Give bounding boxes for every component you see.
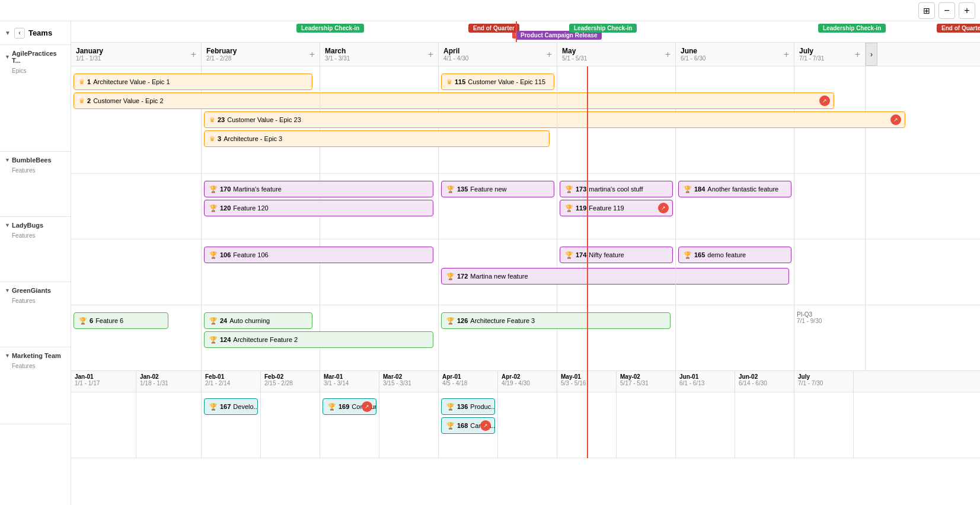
mkt-jan2-col	[136, 392, 202, 458]
feature-card-170[interactable]: 🏆 170 Martina's feature	[204, 181, 433, 197]
lb-jul-col	[794, 239, 866, 305]
month-header-may: May 5/1 - 5/31 +	[557, 43, 676, 66]
feature124-title: Architecture Feature 2	[233, 336, 298, 343]
team-name-greengiants: GreenGiants	[12, 287, 51, 294]
add-may-button[interactable]: +	[665, 49, 671, 60]
add-apr-button[interactable]: +	[547, 49, 552, 60]
team-type-greengiants: Features	[12, 298, 35, 304]
add-jan-button[interactable]: +	[191, 49, 196, 60]
milestone-end-of-quarter-2: End of Quarter	[937, 24, 980, 33]
month-header-july: July 7/1 - 7/31 +	[794, 43, 866, 66]
mkt-mar1-hdr: Mar-01 3/1 - 3/14	[320, 371, 379, 392]
mkt-apr2-col	[498, 392, 557, 458]
month-name-mar: March	[325, 47, 350, 55]
month-range-mar: 3/1 - 3/31	[325, 55, 350, 62]
link-badge-119: ↗	[658, 203, 669, 213]
feature-card-6[interactable]: 🏆 6 Feature 6	[74, 312, 168, 329]
month-name-feb: February	[206, 47, 237, 55]
team-type-bumblebees: Features	[12, 167, 35, 174]
epic1-number: 1	[87, 78, 91, 85]
trophy-icon-119: 🏆	[565, 204, 573, 212]
trophy-icon-124: 🏆	[209, 336, 218, 344]
feature-card-135[interactable]: 🏆 135 Feature new	[441, 181, 554, 197]
feature-card-24[interactable]: 🏆 24 Auto churning	[204, 312, 312, 329]
feature-card-119[interactable]: 🏆 119 Feature 119 ↗	[560, 200, 673, 216]
feature136-title: Produc...	[470, 403, 495, 410]
team-name-ladybugs: LadyBugs	[12, 222, 43, 229]
feature165-number: 165	[694, 251, 705, 258]
content-area: ▼ ‹ Teams ▼ AgilePractices T... Epics ▼ …	[0, 21, 980, 505]
add-mar-button[interactable]: +	[428, 49, 433, 60]
feature-card-124[interactable]: 🏆 124 Architecture Feature 2	[204, 331, 433, 348]
feature136-number: 136	[457, 403, 468, 410]
month-header-february: February 2/1 - 2/28 +	[202, 43, 320, 66]
team-type-ladybugs: Features	[12, 232, 35, 239]
mkt-jun1-col	[676, 392, 735, 458]
add-jul-button[interactable]: +	[855, 49, 860, 60]
trophy-icon-173: 🏆	[565, 186, 573, 193]
teams-section-header: ▼ ‹ Teams	[0, 21, 71, 45]
team-label-agilepractices: ▼ AgilePractices T... Epics	[0, 45, 71, 152]
mkt-feb1-col: 🏆 167 Develo...	[202, 392, 261, 458]
link-badge-169: ↗	[362, 401, 372, 412]
add-jun-button[interactable]: +	[784, 49, 789, 60]
feature-card-173[interactable]: 🏆 173 martina's cool stuff	[560, 181, 673, 197]
feature-card-126[interactable]: 🏆 126 Architecture Feature 3	[441, 312, 671, 329]
nav-left-button[interactable]: ‹	[14, 28, 25, 39]
mkt-may1-hdr: May-01 5/3 - 5/16	[557, 371, 617, 392]
feature-card-epic115[interactable]: ♛ 115 Customer Value - Epic 115	[441, 73, 554, 90]
mkt-jan1-hdr: Jan-01 1/1 - 1/17	[71, 371, 136, 392]
mkt-feb2-col	[261, 392, 320, 458]
feature-card-174[interactable]: 🏆 174 Nifty feature	[560, 247, 673, 263]
feature106-title: Feature 106	[233, 251, 268, 258]
bb-jan-col	[71, 174, 202, 239]
mkt-apr1-col: 🏆 136 Produc... 🏆 168 Campa... ↗	[439, 392, 498, 458]
lb-feb-col: 🏆 106 Feature 106	[202, 239, 320, 305]
team-label-bumblebees: ▼ BumbleBees Features	[0, 152, 71, 217]
feature-card-106[interactable]: 🏆 106 Feature 106	[204, 247, 433, 263]
nav-right-button[interactable]: ›	[866, 43, 877, 66]
mkt-mar1-col: 🏆 169 Communica... ↗	[320, 392, 379, 458]
lb-jan-col	[71, 239, 202, 305]
month-name-may: May	[562, 47, 587, 55]
team-label-ladybugs: ▼ LadyBugs Features	[0, 217, 71, 282]
month-header-march: March 3/1 - 3/31 +	[320, 43, 439, 66]
mkt-jan2-hdr: Jan-02 1/18 - 1/31	[136, 371, 202, 392]
feature173-number: 173	[576, 186, 586, 193]
trophy-icon-174: 🏆	[565, 251, 573, 259]
zoom-in-button[interactable]: +	[959, 2, 975, 19]
epics-apr-col: ♛ 115 Customer Value - Epic 115	[439, 66, 557, 173]
month-range-jun: 6/1 - 6/30	[681, 55, 706, 62]
team-section-greengiants: 🏆 6 Feature 6 🏆 24 Auto churning	[71, 305, 980, 371]
feature184-number: 184	[694, 186, 705, 193]
bb-may-col: 🏆 173 martina's cool stuff 🏆 119 Feature…	[557, 174, 676, 239]
link-badge-168: ↗	[480, 420, 491, 431]
timeline-scroll[interactable]: Leadership Check-in End of Quarter Produ…	[71, 21, 980, 505]
epic115-number: 115	[455, 78, 465, 85]
feature119-number: 119	[576, 204, 586, 212]
app-container: ⊞ − + ▼ ‹ Teams ▼ AgilePractices T... Ep…	[0, 0, 980, 505]
add-feb-button[interactable]: +	[309, 49, 315, 60]
feature126-number: 126	[457, 317, 468, 324]
month-range-jul: 7/1 - 7/31	[799, 55, 824, 62]
epic2-title: Customer Value - Epic 2	[93, 97, 163, 104]
grid-view-button[interactable]: ⊞	[918, 2, 935, 19]
mkt-feb2-hdr: Feb-02 2/15 - 2/28	[261, 371, 320, 392]
feature120-number: 120	[220, 204, 231, 212]
epic1-title: Architecture Value - Epic 1	[93, 78, 170, 85]
feature-card-136[interactable]: 🏆 136 Produc...	[441, 398, 495, 415]
link-badge-epic23: ↗	[890, 114, 901, 125]
feature-card-169[interactable]: 🏆 169 Communica... ↗	[323, 398, 376, 415]
feature-card-165[interactable]: 🏆 165 demo feature	[678, 247, 791, 263]
mkt-feb1-hdr: Feb-01 2/1 - 2/14	[202, 371, 261, 392]
feature173-title: martina's cool stuff	[589, 186, 643, 193]
month-range-jan: 1/1 - 1/31	[76, 55, 103, 62]
zoom-out-button[interactable]: −	[938, 2, 955, 19]
feature-card-168[interactable]: 🏆 168 Campa... ↗	[441, 417, 495, 434]
chevron-icon: ▼	[5, 54, 10, 60]
feature-card-120[interactable]: 🏆 120 Feature 120	[204, 200, 433, 216]
feature-card-167[interactable]: 🏆 167 Develo...	[204, 398, 258, 415]
left-sidebar: ▼ ‹ Teams ▼ AgilePractices T... Epics ▼ …	[0, 21, 71, 505]
team-section-ladybugs: 🏆 106 Feature 106 🏆 172	[71, 239, 980, 305]
feature-card-184[interactable]: 🏆 184 Another fantastic feature	[678, 181, 791, 197]
